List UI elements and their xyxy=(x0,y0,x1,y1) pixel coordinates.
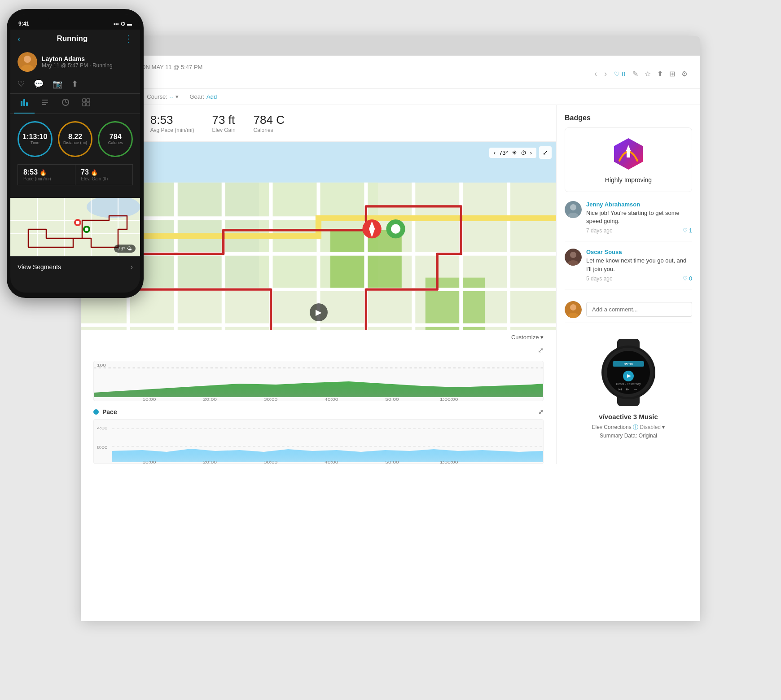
comment-oscar-body: Oscar Sousa Let me know next time you go… xyxy=(586,249,692,281)
map-play-button[interactable]: ▶ xyxy=(310,303,328,321)
map-temp: 73° xyxy=(499,149,508,156)
next-activity-button[interactable]: › xyxy=(604,69,607,79)
page-content: LAYTON ADAMS ON MAY 11 @ 5:47 PM Running… xyxy=(81,56,700,621)
stat-pace-value: 8:53 xyxy=(150,113,194,127)
main-layout: 1:13:10 Time 8:53 Avg Pace (min/mi) 73 f… xyxy=(81,105,700,464)
share-icon[interactable]: ⬆ xyxy=(657,70,663,78)
phone-action-icons: ♡ 💬 📷 ⬆ xyxy=(10,76,140,94)
expand-row: ⤢ xyxy=(81,344,556,356)
svg-point-1 xyxy=(24,56,31,63)
stat-pace: 8:53 Avg Pace (min/mi) xyxy=(150,113,194,133)
map-arrow-left[interactable]: ‹ xyxy=(494,149,496,156)
summary-data-label: Summary Data: Original xyxy=(600,433,657,439)
svg-marker-50 xyxy=(94,381,543,397)
phone-tab-details[interactable] xyxy=(35,94,55,114)
export-icon[interactable]: ⊞ xyxy=(669,70,675,78)
left-column: 1:13:10 Time 8:53 Avg Pace (min/mi) 73 f… xyxy=(81,105,557,464)
svg-point-23 xyxy=(85,228,88,231)
svg-text:05:30: 05:30 xyxy=(624,362,633,366)
phone-nav-bar: ‹ Running ⋮ xyxy=(10,30,140,48)
svg-rect-5 xyxy=(26,102,28,106)
comment-jenny-user[interactable]: Jenny Abrahamson xyxy=(586,201,692,208)
svg-text:•••: ••• xyxy=(634,388,637,391)
pace-expand-icon[interactable]: ⤢ xyxy=(538,408,544,416)
jenny-like-count: 1 xyxy=(689,228,692,234)
device-watch: 05:30 Beats - Yesterday ⏮ ⏭ ••• xyxy=(592,337,664,408)
phone-nav-title: Running xyxy=(57,34,88,43)
device-name: vívoactive 3 Music xyxy=(599,413,658,420)
map-controls-top: Laps ‹ 73° ☀ ⏱ › ⤢ xyxy=(85,146,552,159)
elevation-chart: 100 10:00 20:00 30:00 40:00 50:00 1:00:0… xyxy=(93,361,544,401)
stats-row: 1:13:10 Time 8:53 Avg Pace (min/mi) 73 f… xyxy=(81,105,556,142)
phone-metrics: 1:13:10 Time 8.22 Distance (mi) 784 Calo… xyxy=(10,114,140,198)
svg-text:1:00:00: 1:00:00 xyxy=(440,397,458,401)
device-section: 05:30 Beats - Yesterday ⏮ ⏭ ••• vív xyxy=(565,332,692,440)
svg-text:50:00: 50:00 xyxy=(385,397,399,401)
settings-icon[interactable]: ⚙ xyxy=(681,70,688,78)
phone-tab-segments[interactable] xyxy=(76,94,97,114)
map-arrow-right[interactable]: › xyxy=(530,149,532,156)
svg-text:10:00: 10:00 xyxy=(142,397,156,401)
star-icon[interactable]: ☆ xyxy=(645,70,651,78)
phone-screen: 9:41 ▪▪▪ ⌬ ▬ ‹ Running ⋮ xyxy=(10,14,140,293)
meta-course-value[interactable]: -- xyxy=(170,93,174,100)
svg-text:8:00: 8:00 xyxy=(97,445,108,450)
phone-more-button[interactable]: ⋮ xyxy=(124,33,133,44)
expand-icon[interactable]: ⤢ xyxy=(538,346,544,354)
map-top-right: ‹ 73° ☀ ⏱ › ⤢ xyxy=(489,146,552,159)
meta-course-dropdown-icon[interactable]: ▾ xyxy=(176,93,179,100)
pencil-icon[interactable]: ✎ xyxy=(632,70,638,78)
phone-heart-icon[interactable]: ♡ xyxy=(18,79,25,89)
phone-tab-metrics[interactable] xyxy=(14,94,35,114)
phone-camera-icon[interactable]: 📷 xyxy=(53,79,62,89)
stat-calories-label: Calories xyxy=(254,127,285,133)
comment-jenny-body: Jenny Abrahamson Nice job! You're starti… xyxy=(586,201,692,234)
stat-pace-label: Avg Pace (min/mi) xyxy=(150,127,194,133)
phone-circles-row: 1:13:10 Time 8.22 Distance (mi) 784 Calo… xyxy=(18,121,133,157)
comment-input-field[interactable] xyxy=(586,302,692,317)
customize-row[interactable]: Customize ▾ xyxy=(81,330,556,344)
svg-text:20:00: 20:00 xyxy=(203,397,216,401)
pace-title: Pace ⤢ xyxy=(93,408,544,416)
svg-rect-70 xyxy=(627,149,630,158)
phone-share-icon[interactable]: ⬆ xyxy=(71,79,78,89)
phone-back-button[interactable]: ‹ xyxy=(18,34,21,44)
phone-pace-label: Pace (min/mi) xyxy=(23,176,51,181)
browser-chrome xyxy=(81,36,700,56)
svg-text:30:00: 30:00 xyxy=(264,460,277,464)
comment-oscar-text: Let me know next time you go out, and I'… xyxy=(586,257,692,273)
pace-dot xyxy=(93,409,99,415)
prev-activity-button[interactable]: ‹ xyxy=(594,69,597,79)
header-right: ‹ › ♡ 0 ✎ ☆ ⬆ ⊞ ⚙ xyxy=(594,69,688,79)
comment-oscar-user[interactable]: Oscar Sousa xyxy=(586,249,692,255)
like-button[interactable]: ♡ 0 xyxy=(614,70,625,78)
phone-tabs xyxy=(10,94,140,114)
current-user-avatar xyxy=(565,301,582,318)
oscar-heart-icon: ♡ xyxy=(683,276,688,282)
svg-rect-31 xyxy=(426,278,485,330)
meta-gear-add-link[interactable]: Add xyxy=(206,93,217,100)
phone-elev-label: Elev. Gain (ft) xyxy=(81,176,108,181)
phone-time-label: Time xyxy=(31,140,39,145)
comment-oscar-like[interactable]: ♡ 0 xyxy=(683,276,692,282)
comment-jenny-like[interactable]: ♡ 1 xyxy=(683,228,692,234)
map-container: Laps ‹ 73° ☀ ⏱ › ⤢ xyxy=(81,142,556,330)
comment-jenny-time: 7 days ago xyxy=(586,228,613,234)
header-icons: ✎ ☆ ⬆ ⊞ ⚙ xyxy=(632,70,688,78)
phone-map-weather: 73° 🌤 xyxy=(114,245,136,253)
svg-point-25 xyxy=(76,221,79,224)
stat-elev-value: 73 ft xyxy=(212,113,236,127)
svg-text:40:00: 40:00 xyxy=(325,460,338,464)
phone-weather-icon: 🌤 xyxy=(127,246,132,251)
chart-section: 100 10:00 20:00 30:00 40:00 50:00 1:00:0… xyxy=(81,356,556,464)
elev-dropdown[interactable]: ▾ xyxy=(662,424,665,430)
phone-tab-laps[interactable] xyxy=(55,94,76,114)
pace-label: Pace xyxy=(102,408,117,416)
map-expand-button[interactable]: ⤢ xyxy=(539,146,552,159)
activity-date: ON MAY 11 @ 5:47 PM xyxy=(141,64,202,70)
phone-comment-icon[interactable]: 💬 xyxy=(34,79,44,89)
info-icon[interactable]: ⓘ xyxy=(633,424,640,430)
phone-view-segments[interactable]: View Segments › xyxy=(10,256,140,277)
comment-jenny-avatar xyxy=(565,201,582,218)
activity-meta: Type: Training ▾ Course: -- ▾ Gear: Add xyxy=(81,89,700,105)
